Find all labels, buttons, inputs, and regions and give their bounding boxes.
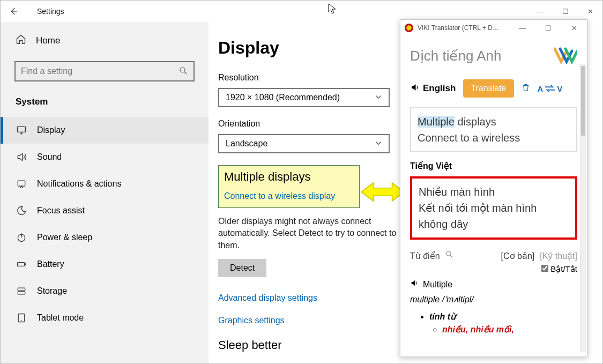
nav-item-notifications-actions[interactable]: Notifications & actions bbox=[1, 170, 209, 197]
dict-search-icon[interactable] bbox=[445, 250, 454, 261]
viki-app-icon bbox=[405, 24, 413, 32]
svg-marker-10 bbox=[361, 183, 404, 201]
window-title: Settings bbox=[37, 7, 64, 16]
search-box[interactable] bbox=[14, 61, 195, 81]
nav-item-display[interactable]: Display bbox=[1, 117, 209, 144]
viki-window: VIKI Translator (CTRL + D… — ☐ ✕ Dịch ti… bbox=[400, 19, 587, 357]
translate-button[interactable]: Translate bbox=[463, 79, 513, 98]
source-line2: Connect to a wireless bbox=[418, 132, 520, 144]
highlight-box: Multiple displays Connect to a wireless … bbox=[218, 165, 360, 208]
translation-output: Nhiều màn hình Kết nối tới một màn hình … bbox=[410, 176, 577, 240]
viki-maximize-button[interactable]: ☐ bbox=[538, 24, 559, 32]
scrollbar-thumb[interactable] bbox=[581, 66, 585, 136]
viki-scrollbar[interactable] bbox=[580, 64, 586, 352]
home-icon bbox=[16, 34, 26, 47]
dict-tab-tech[interactable]: [Kỹ thuật] bbox=[540, 251, 577, 261]
orientation-value: Landscape bbox=[226, 139, 267, 148]
power-icon bbox=[16, 232, 27, 243]
target-lang-label: Tiếng Việt bbox=[410, 161, 577, 171]
nav-label: Focus assist bbox=[37, 206, 85, 216]
dict-tab-basic[interactable]: [Cơ bản] bbox=[501, 251, 535, 261]
double-arrow-annotation bbox=[361, 180, 404, 204]
search-icon bbox=[178, 66, 188, 77]
dictionary-label: Từ điển bbox=[410, 251, 440, 261]
dict-ipa: multiple /ˈmʌltipl/ bbox=[410, 293, 577, 306]
nav-label: Tablet mode bbox=[37, 313, 84, 323]
swap-languages[interactable]: A V bbox=[538, 84, 563, 93]
nav-label: Battery bbox=[37, 259, 64, 269]
trash-icon[interactable] bbox=[522, 83, 530, 95]
nav-item-focus-assist[interactable]: Focus assist bbox=[1, 197, 209, 224]
nav-label: Power & sleep bbox=[37, 233, 92, 242]
sound-icon bbox=[16, 152, 27, 162]
source-lang[interactable]: English bbox=[410, 83, 456, 95]
toggle-checkbox[interactable] bbox=[541, 265, 549, 272]
dictionary-body: Multiple multiple /ˈmʌltipl/ tính từ nhi… bbox=[410, 278, 577, 336]
svg-rect-6 bbox=[18, 288, 25, 291]
viki-body: Dịch tiếng Anh English Translate bbox=[400, 36, 587, 356]
speaker-icon bbox=[410, 83, 420, 95]
moon-icon bbox=[16, 205, 27, 216]
minimize-button[interactable]: — bbox=[528, 3, 553, 20]
viki-titlebar[interactable]: VIKI Translator (CTRL + D… — ☐ ✕ bbox=[400, 20, 587, 36]
swap-arrows-icon bbox=[544, 85, 556, 92]
search-input[interactable] bbox=[21, 66, 178, 76]
orientation-select[interactable]: Landscape bbox=[218, 134, 390, 153]
resolution-value: 1920 × 1080 (Recommended) bbox=[226, 93, 340, 102]
dictionary-tabs: Từ điển [Cơ bản] [Kỹ thuật] bbox=[410, 250, 577, 261]
detect-button[interactable]: Detect bbox=[218, 259, 266, 277]
tablet-icon bbox=[16, 313, 27, 323]
viki-close-button[interactable]: ✕ bbox=[563, 24, 585, 32]
back-arrow-icon bbox=[9, 6, 18, 16]
dict-speaker-icon[interactable] bbox=[410, 278, 419, 291]
viki-minimize-button[interactable]: — bbox=[512, 24, 533, 32]
maximize-button[interactable]: ☐ bbox=[553, 3, 578, 20]
close-button[interactable]: ✕ bbox=[578, 3, 602, 20]
dictionary-toggle[interactable]: Bật/Tắt bbox=[410, 264, 577, 274]
svg-rect-5 bbox=[25, 263, 26, 265]
sidebar: Home System DisplaySoundNotifications & … bbox=[1, 22, 209, 363]
resolution-select[interactable]: 1920 × 1080 (Recommended) bbox=[218, 88, 390, 107]
english-label: English bbox=[423, 83, 456, 94]
notifications-icon bbox=[16, 179, 27, 189]
toggle-label: Bật/Tắt bbox=[550, 264, 577, 273]
battery-icon bbox=[16, 259, 27, 270]
dict-pos: tính từ bbox=[429, 312, 456, 321]
source-rest1: displays bbox=[455, 116, 496, 128]
chevron-down-icon bbox=[375, 93, 382, 102]
nav-item-tablet-mode[interactable]: Tablet mode bbox=[1, 304, 209, 331]
swap-v-label: V bbox=[557, 84, 562, 93]
svg-point-11 bbox=[446, 251, 451, 256]
dict-def: nhiều, nhiều mối, bbox=[442, 325, 514, 334]
home-label: Home bbox=[36, 35, 60, 46]
nav-item-storage[interactable]: Storage bbox=[1, 278, 209, 304]
nav-label: Sound bbox=[37, 152, 62, 162]
svg-rect-2 bbox=[18, 181, 25, 186]
nav-list: DisplaySoundNotifications & actionsFocus… bbox=[1, 117, 209, 331]
swap-a-label: A bbox=[538, 84, 544, 93]
nav-item-power-sleep[interactable]: Power & sleep bbox=[1, 224, 209, 251]
nav-label: Notifications & actions bbox=[37, 179, 121, 189]
svg-point-9 bbox=[21, 320, 22, 321]
nav-label: Storage bbox=[37, 286, 67, 296]
nav-item-sound[interactable]: Sound bbox=[1, 144, 209, 170]
viki-header-title: Dịch tiếng Anh bbox=[410, 48, 501, 64]
viki-title-text: VIKI Translator (CTRL + D… bbox=[418, 24, 499, 32]
source-sel: Multiple bbox=[418, 116, 455, 128]
dict-word: Multiple bbox=[423, 278, 452, 291]
storage-icon bbox=[16, 286, 27, 296]
home-nav[interactable]: Home bbox=[1, 27, 209, 54]
svg-rect-4 bbox=[18, 263, 25, 266]
connect-wireless-link[interactable]: Connect to a wireless display bbox=[224, 191, 354, 201]
svg-point-0 bbox=[180, 68, 185, 72]
titlebar: Settings — ☐ ✕ bbox=[1, 1, 602, 22]
svg-rect-7 bbox=[18, 292, 25, 294]
viki-header: Dịch tiếng Anh bbox=[410, 47, 577, 65]
nav-item-battery[interactable]: Battery bbox=[1, 251, 209, 278]
out-line1: Nhiều màn hình bbox=[419, 184, 569, 200]
multiple-displays-heading: Multiple displays bbox=[224, 170, 354, 184]
source-text-box[interactable]: Multiple displays Connect to a wireless bbox=[410, 107, 577, 152]
out-line2: Kết nối tới một màn hình không dây bbox=[419, 200, 569, 232]
back-button[interactable] bbox=[1, 1, 26, 22]
viki-actions-row: English Translate A V bbox=[410, 79, 577, 98]
